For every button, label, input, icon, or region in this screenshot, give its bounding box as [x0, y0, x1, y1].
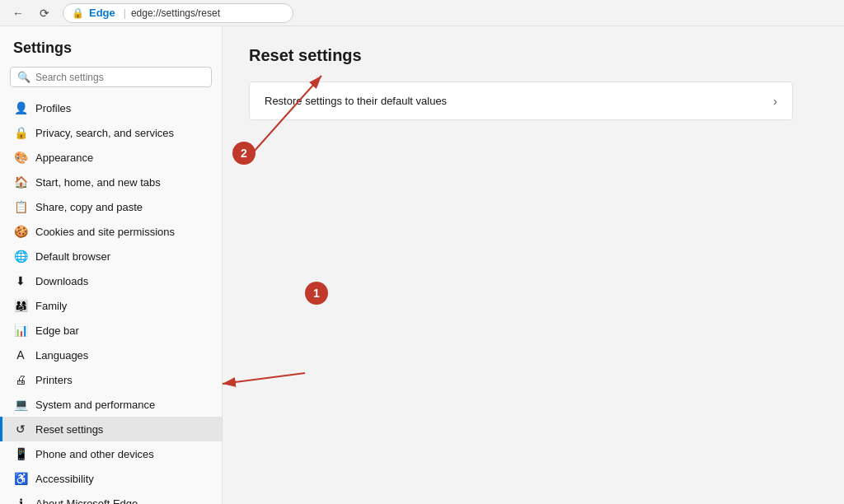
- downloads-icon: ⬇: [14, 274, 27, 287]
- sidebar-item-privacy[interactable]: 🔒 Privacy, search, and services: [0, 120, 222, 145]
- sidebar-item-accessibility[interactable]: ♿ Accessibility: [0, 466, 222, 491]
- phone-icon: 📱: [14, 447, 27, 460]
- annotation-2-badge: 2: [232, 142, 256, 165]
- sidebar-item-system[interactable]: 💻 System and performance: [0, 392, 222, 417]
- sidebar-item-edge-bar[interactable]: 📊 Edge bar: [0, 318, 222, 343]
- main-content: Reset settings Restore settings to their…: [223, 26, 844, 504]
- sidebar-label-system: System and performance: [35, 399, 155, 411]
- sidebar-label-about: About Microsoft Edge: [35, 497, 138, 505]
- sidebar-item-phone[interactable]: 📱 Phone and other devices: [0, 441, 222, 466]
- sidebar-item-profiles[interactable]: 👤 Profiles: [0, 96, 222, 120]
- address-text: edge://settings/reset: [131, 7, 220, 19]
- sidebar-item-about[interactable]: ℹ About Microsoft Edge: [0, 491, 222, 504]
- profiles-icon: 👤: [14, 101, 27, 114]
- sidebar-label-profiles: Profiles: [35, 102, 71, 114]
- separator: |: [124, 7, 126, 19]
- privacy-icon: 🔒: [14, 126, 27, 139]
- sidebar-label-accessibility: Accessibility: [35, 473, 94, 485]
- browser-name-label: Edge: [89, 7, 115, 19]
- sidebar-label-phone: Phone and other devices: [35, 448, 154, 460]
- sidebar-label-downloads: Downloads: [35, 275, 88, 287]
- reload-button[interactable]: ⟳: [33, 2, 56, 25]
- sidebar-label-reset: Reset settings: [35, 423, 103, 436]
- sidebar-item-default-browser[interactable]: 🌐 Default browser: [0, 244, 222, 268]
- back-button[interactable]: ←: [7, 2, 30, 25]
- cookies-icon: 🍪: [14, 225, 27, 238]
- system-icon: 💻: [14, 398, 27, 411]
- sidebar-title: Settings: [0, 26, 222, 63]
- sidebar-item-share-copy[interactable]: 📋 Share, copy and paste: [0, 194, 222, 219]
- main-layout: Settings 🔍 👤 Profiles 🔒 Privacy, search,…: [0, 26, 844, 504]
- reset-icon: ↺: [14, 422, 27, 436]
- page-title: Reset settings: [249, 46, 818, 65]
- default-browser-icon: 🌐: [14, 250, 27, 263]
- family-icon: 👨‍👩‍👧: [14, 299, 27, 312]
- sidebar-item-languages[interactable]: A Languages: [0, 343, 222, 367]
- titlebar: ← ⟳ 🔒 Edge | edge://settings/reset: [0, 0, 844, 26]
- search-box[interactable]: 🔍: [10, 67, 212, 87]
- sidebar-label-default-browser: Default browser: [35, 250, 110, 263]
- search-icon: 🔍: [17, 71, 30, 83]
- search-input[interactable]: [35, 72, 204, 83]
- annotation-1-badge: 1: [305, 282, 328, 305]
- sidebar-label-family: Family: [35, 300, 67, 312]
- sidebar-item-start-home[interactable]: 🏠 Start, home, and new tabs: [0, 170, 222, 194]
- share-copy-icon: 📋: [14, 200, 27, 213]
- sidebar-label-edge-bar: Edge bar: [35, 324, 79, 337]
- languages-icon: A: [14, 348, 27, 362]
- chevron-right-icon: ›: [773, 94, 777, 108]
- about-icon: ℹ: [14, 497, 27, 504]
- start-home-icon: 🏠: [14, 175, 27, 189]
- sidebar-label-languages: Languages: [35, 349, 88, 362]
- sidebar-item-reset[interactable]: ↺ Reset settings: [0, 417, 222, 441]
- edge-bar-icon: 📊: [14, 324, 27, 337]
- sidebar-label-privacy: Privacy, search, and services: [35, 127, 174, 139]
- sidebar: Settings 🔍 👤 Profiles 🔒 Privacy, search,…: [0, 26, 223, 504]
- sidebar-item-family[interactable]: 👨‍👩‍👧 Family: [0, 293, 222, 318]
- accessibility-icon: ♿: [14, 472, 27, 485]
- sidebar-label-start-home: Start, home, and new tabs: [35, 176, 161, 189]
- restore-defaults-card[interactable]: Restore settings to their default values…: [249, 82, 793, 120]
- sidebar-label-cookies: Cookies and site permissions: [35, 226, 175, 238]
- nav-list: 👤 Profiles 🔒 Privacy, search, and servic…: [0, 96, 222, 504]
- appearance-icon: 🎨: [14, 151, 27, 164]
- card-label: Restore settings to their default values: [265, 95, 447, 107]
- printers-icon: 🖨: [14, 373, 27, 386]
- sidebar-item-printers[interactable]: 🖨 Printers: [0, 367, 222, 392]
- sidebar-label-appearance: Appearance: [35, 152, 93, 164]
- sidebar-label-printers: Printers: [35, 374, 73, 386]
- lock-icon: 🔒: [72, 7, 84, 19]
- sidebar-item-cookies[interactable]: 🍪 Cookies and site permissions: [0, 219, 222, 244]
- sidebar-item-appearance[interactable]: 🎨 Appearance: [0, 145, 222, 170]
- sidebar-item-downloads[interactable]: ⬇ Downloads: [0, 268, 222, 293]
- sidebar-label-share-copy: Share, copy and paste: [35, 201, 143, 213]
- address-bar[interactable]: 🔒 Edge | edge://settings/reset: [63, 3, 293, 23]
- nav-controls: ← ⟳: [7, 2, 56, 25]
